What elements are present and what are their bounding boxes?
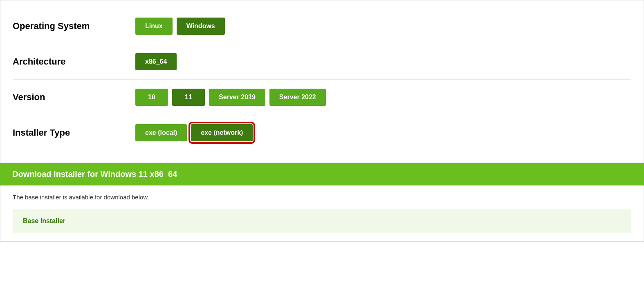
selector-panel: Operating System Linux Windows Architect… bbox=[0, 0, 644, 163]
download-banner-text: Download Installer for Windows 11 x86_64 bbox=[12, 170, 177, 179]
base-installer-box: Base Installer bbox=[13, 209, 631, 233]
version-server2019-button[interactable]: Server 2019 bbox=[209, 89, 265, 106]
installer-type-row: Installer Type exe (local) exe (network) bbox=[13, 115, 631, 150]
installer-local-button[interactable]: exe (local) bbox=[135, 124, 187, 141]
arch-x86-button[interactable]: x86_64 bbox=[135, 53, 177, 70]
download-description: The base installer is available for down… bbox=[13, 194, 631, 201]
version-row: Version 10 11 Server 2019 Server 2022 bbox=[13, 80, 631, 115]
os-row: Operating System Linux Windows bbox=[13, 9, 631, 44]
installer-type-buttons: exe (local) exe (network) bbox=[135, 124, 253, 141]
os-label: Operating System bbox=[13, 21, 135, 31]
version-10-button[interactable]: 10 bbox=[135, 89, 168, 106]
base-installer-title: Base Installer bbox=[23, 217, 621, 225]
version-buttons: 10 11 Server 2019 Server 2022 bbox=[135, 89, 326, 106]
os-buttons: Linux Windows bbox=[135, 18, 225, 35]
installer-type-label: Installer Type bbox=[13, 127, 135, 138]
arch-buttons: x86_64 bbox=[135, 53, 177, 70]
download-banner: Download Installer for Windows 11 x86_64 bbox=[0, 163, 644, 185]
arch-label: Architecture bbox=[13, 56, 135, 67]
os-linux-button[interactable]: Linux bbox=[135, 18, 173, 35]
version-label: Version bbox=[13, 92, 135, 103]
version-11-button[interactable]: 11 bbox=[172, 89, 205, 106]
arch-row: Architecture x86_64 bbox=[13, 44, 631, 80]
download-content: The base installer is available for down… bbox=[0, 185, 644, 242]
installer-network-button[interactable]: exe (network) bbox=[191, 124, 253, 141]
os-windows-button[interactable]: Windows bbox=[177, 18, 225, 35]
version-server2022-button[interactable]: Server 2022 bbox=[269, 89, 326, 106]
